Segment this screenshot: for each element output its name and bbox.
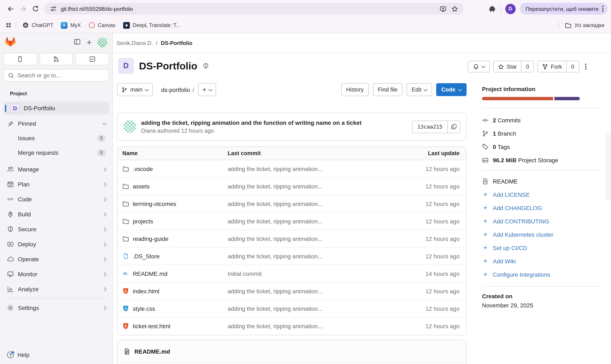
file-name[interactable]: README.md bbox=[133, 270, 167, 277]
issues-shortcut-button[interactable] bbox=[3, 53, 37, 65]
file-name[interactable]: .DS_Store bbox=[133, 253, 159, 259]
install-app-icon[interactable] bbox=[439, 5, 447, 13]
column-header-last-update[interactable]: Last update bbox=[428, 150, 460, 156]
file-last-commit[interactable]: adding the ticket, ripping animation... bbox=[228, 288, 425, 294]
stat-branches[interactable]: 1 Branch bbox=[482, 127, 601, 140]
panel-action-link[interactable]: + Add Wiki bbox=[482, 255, 601, 268]
panel-action-link[interactable]: + Configure Integrations bbox=[482, 268, 601, 281]
all-bookmarks-button[interactable]: Усі закладки bbox=[563, 22, 606, 28]
sidebar-item-monitor[interactable]: Monitor bbox=[0, 268, 112, 281]
file-last-commit[interactable]: adding the ticket, ripping animation... bbox=[228, 218, 425, 224]
file-last-commit[interactable]: Initial commit bbox=[228, 270, 425, 277]
table-row[interactable]: M↓ 5 3 reading-guide adding the ticket, … bbox=[117, 230, 466, 247]
sidebar-pinned-item[interactable]: Merge requests 0 bbox=[0, 146, 112, 159]
sidebar-item-manage[interactable]: Manage bbox=[0, 163, 112, 176]
branch-selector[interactable]: main bbox=[117, 83, 153, 96]
file-last-commit[interactable]: adding the ticket, ripping animation... bbox=[228, 253, 425, 259]
scrollbar-thumb[interactable] bbox=[606, 133, 611, 200]
file-name[interactable]: .vscode bbox=[133, 165, 153, 172]
sidebar-item-plan[interactable]: Plan bbox=[0, 178, 112, 191]
file-last-commit[interactable]: adding the ticket, ripping animation... bbox=[228, 183, 425, 190]
sidebar-toggle-icon[interactable] bbox=[74, 38, 81, 47]
repo-name[interactable]: ds-portfolio bbox=[161, 86, 190, 93]
address-bar[interactable]: git.fhict.nl/I555298/ds-portfolio bbox=[44, 3, 464, 14]
sidebar-item-code[interactable]: </> Code bbox=[0, 193, 112, 206]
table-row[interactable]: M↓ 5 3 assets adding the ticket, ripping… bbox=[117, 178, 466, 195]
file-name[interactable]: assets bbox=[133, 183, 150, 190]
panel-action-link[interactable]: + Add Kubernetes cluster bbox=[482, 228, 601, 241]
bookmark-deepl[interactable]: DeepL Translate: T... bbox=[121, 22, 182, 28]
sidebar-item-project[interactable]: D DS-Portfolio bbox=[3, 102, 109, 115]
table-row[interactable]: M↓ 5 3 lerrning-otcomes adding the ticke… bbox=[117, 195, 466, 213]
stat-tags[interactable]: 0 Tags bbox=[482, 140, 601, 154]
table-row[interactable]: M↓ 5 3 index.html adding the ticket, rip… bbox=[117, 283, 466, 300]
file-last-commit[interactable]: adding the ticket, ripping animation... bbox=[228, 305, 425, 312]
file-last-commit[interactable]: adding the ticket, ripping animation... bbox=[228, 200, 425, 207]
file-name[interactable]: style.css bbox=[133, 305, 155, 312]
bookmark-canvas[interactable]: Canvas bbox=[87, 22, 117, 28]
panel-action-link[interactable]: + Add CONTRIBUTING bbox=[482, 215, 601, 228]
stat-commits[interactable]: 2 Commits bbox=[482, 114, 601, 127]
sidebar-item-secure[interactable]: Secure bbox=[0, 222, 112, 236]
file-last-commit[interactable]: adding the ticket, ripping animation... bbox=[228, 165, 425, 172]
language-bar[interactable] bbox=[482, 97, 581, 100]
file-name[interactable]: ticket-test.html bbox=[133, 323, 171, 329]
file-last-commit[interactable]: adding the ticket, ripping animation... bbox=[228, 235, 425, 242]
sidebar-item-settings[interactable]: Settings bbox=[0, 301, 112, 314]
search-input[interactable]: Search or go to... bbox=[3, 69, 109, 81]
table-row[interactable]: M↓ 5 3 .DS_Store adding the ticket, ripp… bbox=[117, 247, 466, 265]
relaunch-button[interactable]: Перезапустити, щоб оновити bbox=[520, 3, 608, 14]
site-settings-icon[interactable] bbox=[49, 5, 57, 13]
help-button[interactable]: Help bbox=[0, 348, 112, 362]
bookmark-star-icon[interactable] bbox=[450, 5, 459, 13]
apps-grid-icon[interactable] bbox=[5, 22, 12, 28]
sidebar-item-deploy[interactable]: Deploy bbox=[0, 237, 112, 251]
find-file-button[interactable]: Find file bbox=[373, 83, 402, 96]
sidebar-item-build[interactable]: Build bbox=[0, 208, 112, 221]
table-row[interactable]: M↓ 5 3 .vscode adding the ticket, rippin… bbox=[117, 160, 466, 178]
file-name[interactable]: lerrning-otcomes bbox=[133, 200, 176, 207]
file-last-commit[interactable]: adding the ticket, ripping animation... bbox=[228, 323, 425, 329]
table-row[interactable]: M↓ 5 3 projects adding the ticket, rippi… bbox=[117, 213, 466, 230]
copy-sha-button[interactable] bbox=[447, 121, 460, 132]
url-text[interactable]: git.fhict.nl/I555298/ds-portfolio bbox=[61, 6, 435, 12]
create-new-icon[interactable]: + bbox=[87, 38, 92, 47]
bookmark-myx[interactable]: X MyX bbox=[59, 22, 82, 28]
forward-icon[interactable] bbox=[17, 2, 29, 15]
file-name[interactable]: projects bbox=[133, 218, 153, 224]
commit-author-avatar[interactable] bbox=[123, 120, 136, 133]
add-file-button[interactable]: + bbox=[198, 83, 216, 96]
browser-menu-icon[interactable] bbox=[602, 6, 603, 12]
readme-title[interactable]: README.md bbox=[134, 348, 170, 355]
table-row[interactable]: M↓ 5 3 README.md Initial commit 14 hours… bbox=[117, 265, 466, 283]
sidebar-item-operate[interactable]: Operate bbox=[0, 252, 112, 266]
panel-action-link[interactable]: + Add LICENSE bbox=[482, 188, 601, 201]
reload-icon[interactable] bbox=[29, 2, 42, 15]
gitlab-logo[interactable] bbox=[5, 36, 16, 49]
sidebar-item-analyze[interactable]: Analyze bbox=[0, 283, 112, 296]
history-button[interactable]: History bbox=[341, 83, 369, 96]
breadcrumb-project[interactable]: DS-Portfolio bbox=[161, 40, 192, 46]
todo-shortcut-button[interactable] bbox=[76, 53, 109, 65]
file-name[interactable]: reading-guide bbox=[133, 235, 168, 242]
table-row[interactable]: M↓ 5 3 ticket-test.html adding the ticke… bbox=[117, 317, 466, 335]
extensions-icon[interactable] bbox=[488, 5, 496, 13]
readme-link[interactable]: README bbox=[482, 175, 601, 188]
panel-action-link[interactable]: + Set up CI/CD bbox=[482, 241, 601, 255]
panel-action-link[interactable]: + Add CHANGELOG bbox=[482, 201, 601, 215]
edit-button[interactable]: Edit bbox=[407, 83, 432, 96]
commit-sha[interactable]: 13caa215 bbox=[412, 121, 447, 132]
visibility-shield-icon[interactable] bbox=[203, 63, 209, 69]
breadcrumb-user[interactable]: Senik,Diana D. bbox=[117, 40, 153, 46]
code-button[interactable]: Code bbox=[436, 83, 467, 96]
stat-storage[interactable]: 96.2 MiB Project Storage bbox=[482, 154, 601, 167]
user-avatar[interactable] bbox=[97, 38, 107, 47]
sidebar-item-pinned[interactable]: Pinned bbox=[0, 117, 112, 130]
merge-requests-shortcut-button[interactable] bbox=[39, 53, 73, 65]
browser-profile-avatar[interactable]: D bbox=[505, 3, 516, 14]
column-header-name[interactable]: Name bbox=[122, 150, 228, 156]
back-icon[interactable] bbox=[4, 2, 17, 15]
commit-message[interactable]: adding the ticket, ripping animation and… bbox=[141, 119, 407, 126]
sidebar-pinned-item[interactable]: Issues 0 bbox=[0, 131, 112, 145]
file-name[interactable]: index.html bbox=[133, 288, 159, 294]
